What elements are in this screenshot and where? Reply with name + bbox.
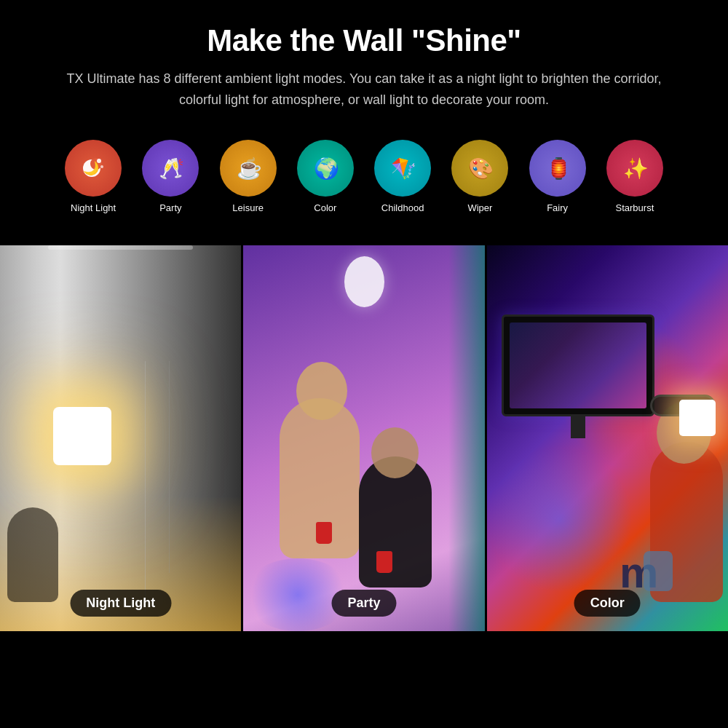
svg-text:🌙: 🌙 (83, 160, 100, 176)
mode-label-color: Color (314, 202, 336, 213)
photo-label-night: Night Light (70, 590, 171, 617)
photos-section: Night Light Party (0, 245, 728, 631)
color-wall-light (679, 400, 716, 436)
svg-text:🥂: 🥂 (159, 157, 184, 181)
svg-text:🎨: 🎨 (468, 157, 494, 181)
night-scene-bg (0, 245, 241, 631)
mode-label-fairy: Fairy (547, 202, 568, 213)
party-scene-bg (243, 245, 484, 631)
mode-childhood[interactable]: 🪁 Childhood (368, 140, 438, 213)
svg-point-4 (100, 165, 103, 168)
mode-icon-childhood: 🪁 (374, 140, 431, 197)
photo-label-color: Color (574, 590, 641, 617)
mode-label-night-light: Night Light (71, 202, 116, 213)
mode-starburst[interactable]: ✨ Starburst (600, 140, 670, 213)
night-wall-light (53, 407, 111, 465)
mode-label-starburst: Starburst (616, 202, 654, 213)
mode-night-light[interactable]: 🌙 Night Light (58, 140, 128, 213)
photo-panel-night: Night Light (0, 245, 241, 631)
mode-party[interactable]: 🥂 Party (135, 140, 205, 213)
svg-text:🏮: 🏮 (546, 157, 571, 181)
svg-point-3 (97, 159, 101, 163)
page-title: Make the Wall "Shine" (44, 23, 684, 58)
mode-icon-starburst: ✨ (606, 140, 663, 197)
mode-icon-wiper: 🎨 (451, 140, 508, 197)
modes-row: 🌙 Night Light 🥂 Party ☕ Leisure (44, 132, 684, 228)
mode-label-wiper: Wiper (467, 202, 492, 213)
mode-icon-night-light: 🌙 (65, 140, 122, 197)
mode-icon-leisure: ☕ (220, 140, 277, 197)
color-glow-blue (487, 447, 633, 593)
mode-wiper[interactable]: 🎨 Wiper (445, 140, 515, 213)
mode-leisure[interactable]: ☕ Leisure (213, 140, 283, 213)
mode-label-childhood: Childhood (381, 202, 424, 213)
mode-fairy[interactable]: 🏮 Fairy (523, 140, 593, 213)
mode-label-leisure: Leisure (232, 202, 264, 213)
photo-label-party: Party (331, 590, 396, 617)
photo-panel-color: m Color (485, 245, 728, 631)
svg-text:🌍: 🌍 (314, 157, 339, 181)
svg-text:🪁: 🪁 (391, 157, 416, 181)
svg-text:☕: ☕ (237, 157, 262, 181)
svg-text:✨: ✨ (623, 157, 649, 181)
photo-panel-party: Party (241, 245, 484, 631)
mode-icon-fairy: 🏮 (529, 140, 586, 197)
color-scene-bg: m (487, 245, 728, 631)
subtitle-text: TX Ultimate has 8 different ambient ligh… (66, 68, 662, 111)
mode-color[interactable]: 🌍 Color (290, 140, 360, 213)
mode-icon-party: 🥂 (142, 140, 199, 197)
mode-label-party: Party (159, 202, 181, 213)
mode-icon-color: 🌍 (297, 140, 354, 197)
top-section: Make the Wall "Shine" TX Ultimate has 8 … (0, 0, 728, 245)
